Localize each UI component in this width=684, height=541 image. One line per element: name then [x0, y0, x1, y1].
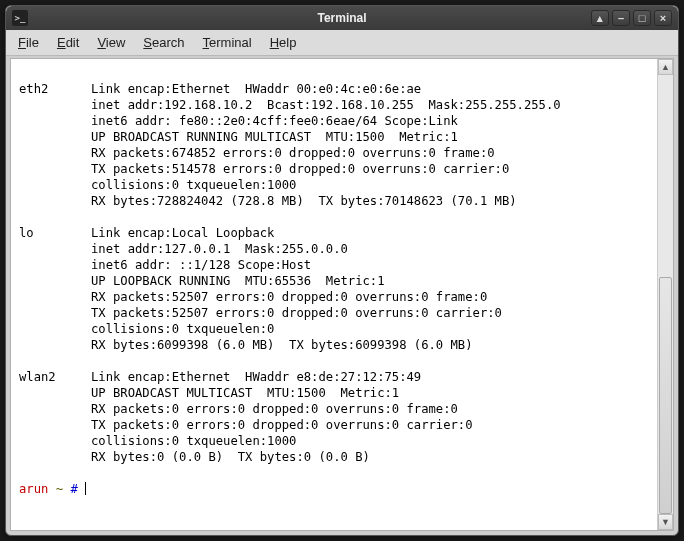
- output-text: UP BROADCAST RUNNING MULTICAST MTU:1500 …: [91, 129, 649, 145]
- maximize-button[interactable]: □: [633, 10, 651, 26]
- output-line: TX packets:514578 errors:0 dropped:0 ove…: [19, 161, 649, 177]
- output-line: RX bytes:6099398 (6.0 MB) TX bytes:60993…: [19, 337, 649, 353]
- menu-terminal[interactable]: Terminal: [203, 35, 252, 50]
- output-line: RX packets:52507 errors:0 dropped:0 over…: [19, 289, 649, 305]
- output-text: RX bytes:728824042 (728.8 MB) TX bytes:7…: [91, 193, 649, 209]
- menu-view[interactable]: View: [97, 35, 125, 50]
- interface-name: [19, 145, 91, 161]
- prompt-path: ~: [56, 482, 63, 496]
- output-line: TX packets:0 errors:0 dropped:0 overruns…: [19, 417, 649, 433]
- menu-edit[interactable]: Edit: [57, 35, 79, 50]
- menu-help[interactable]: Help: [270, 35, 297, 50]
- output-line: wlan2Link encap:Ethernet HWaddr e8:de:27…: [19, 369, 649, 385]
- interface-name: [19, 257, 91, 273]
- output-text: collisions:0 txqueuelen:0: [91, 321, 649, 337]
- interface-block: wlan2Link encap:Ethernet HWaddr e8:de:27…: [19, 369, 649, 465]
- prompt-user: arun: [19, 482, 48, 496]
- output-text: inet addr:192.168.10.2 Bcast:192.168.10.…: [91, 97, 649, 113]
- interface-name: [19, 193, 91, 209]
- output-line: inet6 addr: ::1/128 Scope:Host: [19, 257, 649, 273]
- interface-name: [19, 385, 91, 401]
- terminal-output[interactable]: eth2Link encap:Ethernet HWaddr 00:e0:4c:…: [11, 59, 657, 530]
- interface-block: loLink encap:Local Loopbackinet addr:127…: [19, 225, 649, 353]
- output-line: collisions:0 txqueuelen:1000: [19, 433, 649, 449]
- output-text: Link encap:Local Loopback: [91, 225, 649, 241]
- interface-name: [19, 129, 91, 145]
- interface-name: [19, 401, 91, 417]
- output-text: inet addr:127.0.0.1 Mask:255.0.0.0: [91, 241, 649, 257]
- output-line: UP BROADCAST RUNNING MULTICAST MTU:1500 …: [19, 129, 649, 145]
- window-title: Terminal: [6, 11, 678, 25]
- output-text: UP LOOPBACK RUNNING MTU:65536 Metric:1: [91, 273, 649, 289]
- output-text: TX packets:52507 errors:0 dropped:0 over…: [91, 305, 649, 321]
- minimize-button[interactable]: –: [612, 10, 630, 26]
- interface-name: [19, 337, 91, 353]
- interface-name: wlan2: [19, 369, 91, 385]
- output-line: inet addr:127.0.0.1 Mask:255.0.0.0: [19, 241, 649, 257]
- interface-name: [19, 97, 91, 113]
- output-text: TX packets:514578 errors:0 dropped:0 ove…: [91, 161, 649, 177]
- output-text: UP BROADCAST MULTICAST MTU:1500 Metric:1: [91, 385, 649, 401]
- output-line: UP LOOPBACK RUNNING MTU:65536 Metric:1: [19, 273, 649, 289]
- scroll-down-button[interactable]: ▼: [658, 514, 673, 530]
- output-text: Link encap:Ethernet HWaddr e8:de:27:12:7…: [91, 369, 649, 385]
- cursor: [85, 482, 86, 495]
- scroll-up-button[interactable]: ▲: [658, 59, 673, 75]
- prompt[interactable]: arun ~ #: [19, 481, 649, 497]
- output-line: RX bytes:0 (0.0 B) TX bytes:0 (0.0 B): [19, 449, 649, 465]
- interface-block: eth2Link encap:Ethernet HWaddr 00:e0:4c:…: [19, 81, 649, 209]
- output-text: inet6 addr: ::1/128 Scope:Host: [91, 257, 649, 273]
- interface-name: [19, 273, 91, 289]
- menu-file[interactable]: File: [18, 35, 39, 50]
- output-line: inet6 addr: fe80::2e0:4cff:fee0:6eae/64 …: [19, 113, 649, 129]
- window-controls: ▴ – □ ×: [591, 10, 672, 26]
- scroll-track[interactable]: [658, 75, 673, 514]
- interface-name: lo: [19, 225, 91, 241]
- interface-name: [19, 113, 91, 129]
- menu-search[interactable]: Search: [143, 35, 184, 50]
- rollup-button[interactable]: ▴: [591, 10, 609, 26]
- output-line: eth2Link encap:Ethernet HWaddr 00:e0:4c:…: [19, 81, 649, 97]
- output-line: collisions:0 txqueuelen:0: [19, 321, 649, 337]
- terminal-body-wrap: eth2Link encap:Ethernet HWaddr 00:e0:4c:…: [10, 58, 674, 531]
- output-line: RX packets:0 errors:0 dropped:0 overruns…: [19, 401, 649, 417]
- interface-name: [19, 433, 91, 449]
- output-text: inet6 addr: fe80::2e0:4cff:fee0:6eae/64 …: [91, 113, 649, 129]
- output-text: RX packets:674852 errors:0 dropped:0 ove…: [91, 145, 649, 161]
- output-text: RX bytes:0 (0.0 B) TX bytes:0 (0.0 B): [91, 449, 649, 465]
- output-line: collisions:0 txqueuelen:1000: [19, 177, 649, 193]
- interface-name: [19, 305, 91, 321]
- terminal-window: >_ Terminal ▴ – □ × File Edit View Searc…: [5, 5, 679, 536]
- output-text: RX packets:0 errors:0 dropped:0 overruns…: [91, 401, 649, 417]
- interface-name: eth2: [19, 81, 91, 97]
- output-text: Link encap:Ethernet HWaddr 00:e0:4c:e0:6…: [91, 81, 649, 97]
- output-line: inet addr:192.168.10.2 Bcast:192.168.10.…: [19, 97, 649, 113]
- interface-name: [19, 241, 91, 257]
- prompt-symbol: #: [70, 482, 77, 496]
- scroll-thumb[interactable]: [659, 277, 672, 514]
- interface-name: [19, 161, 91, 177]
- output-line: UP BROADCAST MULTICAST MTU:1500 Metric:1: [19, 385, 649, 401]
- scrollbar: ▲ ▼: [657, 59, 673, 530]
- interface-name: [19, 321, 91, 337]
- interface-name: [19, 289, 91, 305]
- output-line: RX bytes:728824042 (728.8 MB) TX bytes:7…: [19, 193, 649, 209]
- terminal-icon: >_: [12, 10, 28, 26]
- close-button[interactable]: ×: [654, 10, 672, 26]
- output-text: collisions:0 txqueuelen:1000: [91, 177, 649, 193]
- menubar: File Edit View Search Terminal Help: [6, 30, 678, 56]
- output-line: loLink encap:Local Loopback: [19, 225, 649, 241]
- titlebar[interactable]: >_ Terminal ▴ – □ ×: [6, 6, 678, 30]
- interface-name: [19, 449, 91, 465]
- interface-name: [19, 177, 91, 193]
- output-text: RX packets:52507 errors:0 dropped:0 over…: [91, 289, 649, 305]
- output-line: RX packets:674852 errors:0 dropped:0 ove…: [19, 145, 649, 161]
- interface-name: [19, 417, 91, 433]
- output-text: TX packets:0 errors:0 dropped:0 overruns…: [91, 417, 649, 433]
- output-text: RX bytes:6099398 (6.0 MB) TX bytes:60993…: [91, 337, 649, 353]
- output-line: TX packets:52507 errors:0 dropped:0 over…: [19, 305, 649, 321]
- output-text: collisions:0 txqueuelen:1000: [91, 433, 649, 449]
